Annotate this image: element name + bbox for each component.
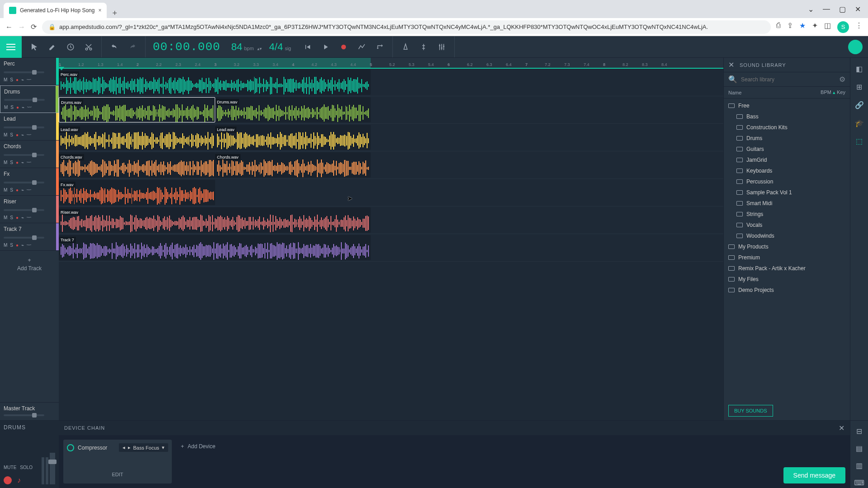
skip-start-button[interactable]: [300, 40, 315, 54]
track-lane[interactable]: Riser.wav: [59, 206, 723, 234]
extensions-icon[interactable]: ✦: [812, 21, 818, 33]
chevron-down-icon[interactable]: ⌄: [808, 5, 814, 14]
track-automation-icon[interactable]: 〰: [27, 215, 31, 220]
bpm-display[interactable]: 84 bpm ▴▾: [227, 41, 265, 53]
pointer-tool[interactable]: [27, 40, 42, 54]
rail-grid-icon[interactable]: ⊞: [854, 81, 865, 92]
audio-clip[interactable]: Chords.wav: [215, 152, 371, 178]
midi-icon[interactable]: ♪: [17, 476, 21, 484]
library-folder[interactable]: Demo Projects: [724, 285, 850, 296]
address-bar[interactable]: 🔒 app.ampedstudio.com/?_gl=1*zkt20c*_ga*…: [42, 20, 771, 34]
track-automation-icon[interactable]: 〰: [27, 105, 32, 110]
automation-icon[interactable]: ⌁: [21, 243, 24, 248]
automation-icon[interactable]: ⌁: [21, 188, 24, 192]
library-folder[interactable]: Strings: [724, 209, 850, 220]
bpm-stepper-icon[interactable]: ▴▾: [257, 46, 262, 51]
track-header[interactable]: Drums M S ● ⌁ 〰: [0, 85, 59, 113]
library-folder[interactable]: Sample Pack Vol 1: [724, 187, 850, 198]
track-header[interactable]: Track 7 M S ● ⌁ 〰: [0, 223, 59, 251]
cut-tool[interactable]: [81, 40, 96, 54]
side-panel-icon[interactable]: ◫: [824, 21, 831, 33]
menu-dots-icon[interactable]: ⋮: [855, 21, 863, 33]
track-lane[interactable]: Chords.wavChords.wav: [59, 151, 723, 179]
library-folder[interactable]: Drums: [724, 133, 850, 144]
solo-button[interactable]: S: [10, 243, 13, 248]
library-folder[interactable]: Keyboards: [724, 165, 850, 176]
record-button[interactable]: [336, 40, 351, 54]
solo-button[interactable]: S: [10, 160, 13, 165]
track-header[interactable]: Chords M S ● ⌁ 〰: [0, 141, 59, 168]
pencil-tool[interactable]: [45, 40, 60, 54]
filter-icon[interactable]: ⚙: [839, 75, 845, 84]
device-preset-dropdown[interactable]: ◂ ▸ Bass Focus ▾: [119, 443, 168, 452]
record-arm-icon[interactable]: ●: [16, 105, 19, 110]
share-icon[interactable]: ⇪: [787, 21, 793, 33]
library-folder[interactable]: Construction Kits: [724, 122, 850, 133]
automation-icon[interactable]: ⌁: [21, 160, 24, 165]
mute-button[interactable]: M: [4, 105, 8, 110]
audio-clip[interactable]: Fx.wav: [59, 180, 215, 205]
record-arm-icon[interactable]: ●: [16, 188, 19, 192]
close-icon[interactable]: ×: [98, 7, 101, 14]
master-track-header[interactable]: Master Track: [0, 402, 59, 420]
mute-button[interactable]: M: [4, 132, 7, 137]
rail-library-icon[interactable]: ◧: [854, 63, 865, 74]
library-search-input[interactable]: [741, 76, 835, 83]
audio-clip[interactable]: Track 7: [59, 235, 371, 260]
time-display[interactable]: 00:00.000: [146, 40, 227, 54]
browser-tab[interactable]: Generated Lo-Fi Hip Hop Song ×: [4, 3, 107, 18]
audio-clip[interactable]: Perc.wav: [59, 70, 371, 95]
profile-avatar[interactable]: S: [837, 21, 849, 33]
track-volume-slider[interactable]: [4, 99, 45, 101]
library-folder[interactable]: Percussion: [724, 176, 850, 187]
track-volume-slider[interactable]: [4, 127, 44, 128]
loop-button[interactable]: [373, 40, 387, 54]
rail-devices-icon[interactable]: ⊟: [854, 426, 865, 436]
library-folder[interactable]: Remix Pack - Artik x Kacher: [724, 263, 850, 274]
track-lane[interactable]: Fx.wav: [59, 179, 723, 206]
library-folder[interactable]: Smart Midi: [724, 198, 850, 209]
forward-icon[interactable]: →: [18, 23, 25, 31]
record-arm-icon[interactable]: [4, 476, 12, 484]
audio-clip[interactable]: Chords.wav: [59, 152, 215, 178]
mute-button[interactable]: M: [4, 243, 7, 248]
audio-clip[interactable]: Riser.wav: [59, 207, 371, 233]
track-lane[interactable]: Track 7: [59, 234, 723, 262]
undo-button[interactable]: [107, 40, 122, 54]
prev-preset-icon[interactable]: ◂: [123, 445, 125, 450]
track-volume-slider[interactable]: [4, 182, 44, 183]
record-arm-icon[interactable]: ●: [16, 132, 19, 137]
track-automation-icon[interactable]: 〰: [27, 77, 31, 82]
audio-clip[interactable]: Lead.wav: [59, 125, 215, 150]
track-automation-icon[interactable]: 〰: [27, 160, 31, 165]
automation-icon[interactable]: ⌁: [21, 77, 24, 82]
track-header[interactable]: Fx M S ● ⌁ 〰: [0, 168, 59, 196]
bookmark-icon[interactable]: ★: [799, 21, 806, 33]
record-arm-icon[interactable]: ●: [16, 215, 19, 220]
record-arm-icon[interactable]: ●: [16, 77, 19, 82]
track-lane[interactable]: Lead.wavLead.wav: [59, 124, 723, 151]
audio-clip[interactable]: Drums.wav: [59, 97, 215, 122]
solo-button[interactable]: S: [10, 215, 13, 220]
automation-icon[interactable]: ⌁: [22, 105, 24, 110]
track-lane[interactable]: Perc.wav: [59, 69, 723, 96]
library-folder[interactable]: Woodwinds: [724, 230, 850, 241]
mute-button[interactable]: M: [4, 160, 7, 165]
volume-fader[interactable]: [50, 453, 55, 484]
library-folder[interactable]: JamGrid: [724, 155, 850, 165]
library-folder[interactable]: My Files: [724, 274, 850, 285]
next-preset-icon[interactable]: ▸: [128, 445, 131, 450]
user-avatar[interactable]: [848, 40, 863, 54]
track-automation-icon[interactable]: 〰: [27, 188, 31, 192]
track-automation-icon[interactable]: 〰: [27, 132, 31, 137]
track-header[interactable]: Perc M S ● ⌁ 〰: [0, 58, 59, 85]
rail-link-icon[interactable]: 🔗: [854, 99, 865, 110]
mixer-icon[interactable]: [434, 40, 449, 54]
track-volume-slider[interactable]: [4, 71, 44, 73]
chevron-down-icon[interactable]: ▾: [162, 445, 165, 450]
library-folder[interactable]: Guitars: [724, 144, 850, 155]
automation-icon[interactable]: ⌁: [21, 132, 24, 137]
device-power-icon[interactable]: [67, 444, 74, 451]
timeline-ruler[interactable]: 11.21.31.422.22.32.433.23.33.444.24.34.4…: [59, 58, 723, 69]
library-folder[interactable]: Free: [724, 100, 850, 111]
